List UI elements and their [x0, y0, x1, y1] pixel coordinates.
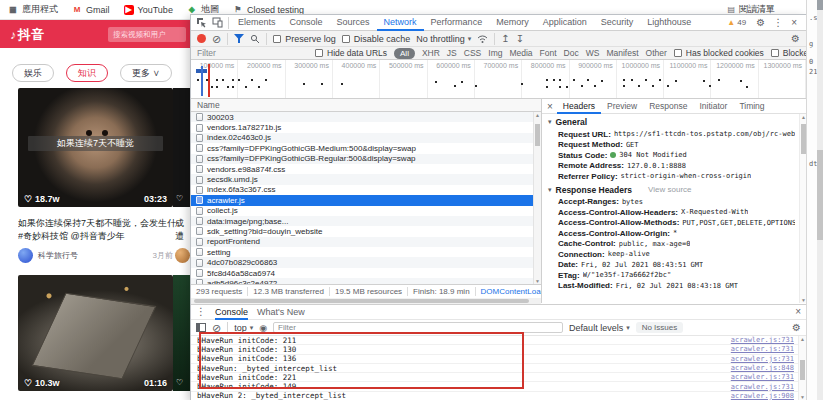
close-detail-icon[interactable]: ×	[547, 101, 557, 112]
devtools-close-icon[interactable]: ×	[791, 18, 797, 28]
type-filter-pill[interactable]: CSS	[464, 48, 481, 58]
video-card-1-thumbnail[interactable]: 如果连续7天不睡觉 ♡ 18.7w 03:23	[18, 88, 173, 207]
console-source-link[interactable]: acrawler.js:731	[731, 345, 794, 353]
inspect-element-icon[interactable]	[196, 17, 207, 28]
bookmark-item[interactable]: ▶ YouTube	[124, 3, 173, 16]
console-tab[interactable]: Console	[215, 305, 248, 320]
author-avatar[interactable]	[18, 248, 33, 263]
log-levels-dropdown[interactable]: Default levels ▾	[569, 323, 630, 333]
record-network-log-icon[interactable]	[197, 34, 206, 43]
drawer-menu-icon[interactable]: ⋮	[196, 307, 206, 317]
console-tab[interactable]: What's New	[257, 305, 305, 320]
author-name[interactable]: 科学旅行号	[38, 250, 78, 261]
type-filter-pill[interactable]: Doc	[564, 48, 579, 58]
scroll-down-icon[interactable]: ▼	[800, 394, 805, 400]
request-row[interactable]: index.02c463c0.js	[191, 133, 533, 143]
request-row[interactable]: setting	[191, 247, 533, 257]
devtools-tab[interactable]: Security	[594, 15, 641, 31]
devtools-tab[interactable]: Console	[283, 15, 330, 31]
console-settings-gear-icon[interactable]: ⚙	[792, 323, 801, 333]
search-icon[interactable]	[250, 34, 260, 44]
context-selector[interactable]: top ▾	[234, 323, 253, 333]
type-filter-pill[interactable]: Media	[509, 48, 532, 58]
console-filter-input[interactable]	[273, 322, 563, 333]
detail-tab[interactable]: Headers	[557, 99, 601, 114]
request-row[interactable]: css?family=DFPKingGothicGB-Medium:500&di…	[191, 143, 533, 153]
request-row[interactable]: sdk_setting?bid=douyin_website	[191, 226, 533, 236]
disable-cache-checkbox[interactable]: Disable cache	[342, 34, 411, 44]
console-message-row[interactable]: bHaveRun initCode: 211 acrawler.js:731	[191, 336, 798, 345]
network-filter-input[interactable]	[197, 48, 308, 58]
video-card-3-thumbnail[interactable]: ♡	[173, 88, 190, 207]
console-message-row[interactable]: bHaveRun: _byted_intercept_list acrawler…	[191, 364, 798, 373]
console-scrollbar[interactable]: ▲ ▼	[798, 336, 806, 400]
no-issues-button[interactable]: No Issues	[636, 322, 684, 333]
import-har-icon[interactable]: ↥	[501, 33, 509, 44]
filter-funnel-icon[interactable]	[234, 34, 244, 44]
export-har-icon[interactable]: ↧	[516, 33, 524, 44]
video-card-4-thumbnail[interactable]: ♡	[173, 275, 190, 391]
clear-console-icon[interactable]: ⊘	[212, 323, 221, 333]
type-filter-pill[interactable]: Font	[540, 48, 557, 58]
console-source-link[interactable]: acrawler.js:731	[731, 373, 794, 381]
type-filter-pill[interactable]: Other	[646, 48, 667, 58]
issues-warning-badge[interactable]: ▲ 49	[727, 18, 746, 27]
console-source-link[interactable]: acrawler.js:848	[731, 364, 794, 372]
detail-tab[interactable]: Initiator	[694, 99, 734, 114]
console-sidebar-icon[interactable]	[196, 323, 206, 332]
console-source-link[interactable]: acrawler.js:731	[731, 383, 794, 391]
request-row[interactable]: secsdk.umd.js	[191, 174, 533, 184]
scrollbar-thumb[interactable]	[535, 124, 540, 146]
has-blocked-cookies-checkbox[interactable]: Has blocked cookies	[674, 48, 764, 58]
detail-tab[interactable]: Timing	[733, 99, 770, 114]
request-row[interactable]: 300203	[191, 112, 533, 122]
douyin-logo[interactable]: ♪ 抖音	[10, 26, 44, 44]
devtools-tab[interactable]: Lighthouse	[640, 15, 698, 31]
type-filter-pill[interactable]: XHR	[422, 48, 440, 58]
console-message-row[interactable]: bHaveRun initCode: 130 acrawler.js:731	[191, 345, 798, 354]
devtools-tab[interactable]: Application	[536, 15, 594, 31]
devtools-tab[interactable]: Performance	[424, 15, 490, 31]
request-row[interactable]: vendors.e98a874f.css	[191, 164, 533, 174]
settings-gear-icon[interactable]: ⚙	[756, 18, 765, 28]
video-title-line2[interactable]: #奇妙科技馆 @抖音青少年	[18, 230, 178, 243]
request-row[interactable]: vendors.1a78271b.js	[191, 122, 533, 132]
console-message-row[interactable]: bHaveRun initCode: 221 acrawler.js:731	[191, 373, 798, 382]
devtools-menu-icon[interactable]: ⋮	[773, 18, 783, 28]
bookmark-item[interactable]: M Gmail	[72, 3, 110, 16]
live-expression-eye-icon[interactable]: ◉	[259, 323, 267, 333]
request-list-scrollbar[interactable]: ▲ ▼	[533, 112, 541, 284]
devtools-tab[interactable]: Elements	[231, 15, 283, 31]
clear-network-icon[interactable]: ⊘	[212, 34, 221, 44]
request-row[interactable]: collect.js	[191, 206, 533, 216]
console-source-link[interactable]: acrawler.js:731	[731, 355, 794, 363]
console-message-row[interactable]: bHaveRun initCode: 149 acrawler.js:731	[191, 382, 798, 391]
douyin-category-pill[interactable]: 更多 ∨	[120, 64, 172, 82]
devtools-tab[interactable]: Sources	[330, 15, 377, 31]
network-conditions-icon[interactable]	[477, 34, 488, 44]
hide-data-urls-checkbox[interactable]: Hide data URLs	[315, 48, 387, 58]
request-row[interactable]: 5fc8d46a58ca6974	[191, 268, 533, 278]
devtools-tab[interactable]: Memory	[489, 15, 536, 31]
console-source-link[interactable]: acrawler.js:908	[731, 392, 794, 400]
bookmark-item[interactable]: ▦ 應用程式	[8, 3, 58, 16]
type-filter-pill[interactable]: JS	[447, 48, 457, 58]
author-avatar[interactable]	[175, 248, 190, 263]
video-title-line1[interactable]: 如果你连续保持7天都不睡觉，会发生什么？	[18, 217, 178, 230]
douyin-category-pill[interactable]: 娱乐	[12, 64, 54, 82]
scrollbar-thumb[interactable]	[194, 299, 529, 303]
request-row[interactable]: acrawler.js	[191, 195, 533, 205]
video-card-2-thumbnail[interactable]: ♡ 10.3w 01:16	[18, 275, 173, 391]
response-headers-section-header[interactable]: ▾ Response Headers View source	[542, 182, 799, 197]
request-row[interactable]: index.6fa3c367.css	[191, 185, 533, 195]
throttling-dropdown[interactable]: No throttling ▾	[416, 34, 471, 44]
type-filter-pill[interactable]: All	[394, 48, 415, 59]
network-overview-timeline[interactable]: 100000 ms200000 ms300000 ms400000 ms5000…	[191, 60, 806, 99]
console-source-link[interactable]: acrawler.js:731	[731, 336, 794, 344]
scrollbar-thumb[interactable]	[817, 150, 823, 240]
scroll-up-icon[interactable]: ▲	[800, 336, 805, 342]
view-source-link[interactable]: View source	[648, 185, 691, 194]
close-drawer-icon[interactable]: ×	[795, 307, 801, 317]
request-row[interactable]: reportFrontend	[191, 237, 533, 247]
scrollbar-thumb[interactable]	[800, 360, 805, 380]
